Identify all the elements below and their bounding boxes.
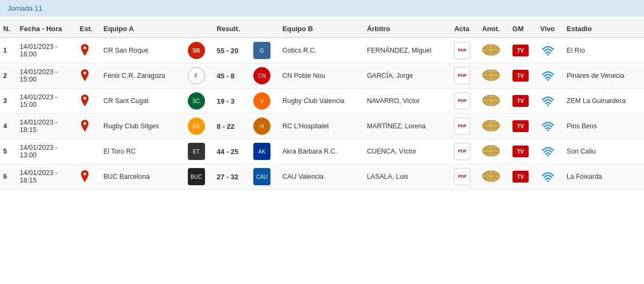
signal-icon[interactable] bbox=[540, 169, 555, 184]
match-result: 27 - 32 bbox=[214, 164, 250, 190]
team-b-name: CAU Valencia bbox=[279, 164, 363, 190]
table-row: 414/01/2023 -18:15 Rugby Club SitgesRS8 … bbox=[0, 114, 644, 139]
match-date: 14/01/2023 -16:00 bbox=[17, 38, 77, 63]
acta-pdf[interactable]: PDF bbox=[451, 89, 479, 114]
table-row: 614/01/2023 -18:15 BUC BarcelonaBUC27 - … bbox=[0, 164, 644, 190]
acta-pdf[interactable]: PDF bbox=[451, 164, 479, 190]
pin-icon bbox=[80, 100, 90, 108]
signal-icon[interactable] bbox=[540, 68, 555, 83]
pdf-icon[interactable]: PDF bbox=[454, 143, 470, 160]
team-b-name: Akra Bárbara R.C. bbox=[279, 139, 363, 164]
svg-point-6 bbox=[83, 71, 86, 74]
gm-tv[interactable]: TV bbox=[509, 38, 537, 63]
gm-tv[interactable]: TV bbox=[509, 139, 537, 164]
tv-icon[interactable]: TV bbox=[513, 120, 529, 132]
table-header-row: N. Fecha - Hora Est. Equipo A Result. Eq… bbox=[0, 20, 644, 38]
pdf-icon[interactable]: PDF bbox=[454, 42, 470, 59]
stadium-name: ZEM La Guinardera bbox=[564, 89, 644, 114]
tv-icon[interactable]: TV bbox=[513, 70, 529, 82]
logo-b-icon: H bbox=[253, 118, 270, 135]
tv-icon[interactable]: TV bbox=[513, 171, 529, 183]
pdf-icon[interactable]: PDF bbox=[454, 67, 470, 84]
vivo-signal[interactable] bbox=[537, 63, 564, 89]
gm-tv[interactable]: TV bbox=[509, 164, 537, 190]
gm-tv[interactable]: TV bbox=[509, 89, 537, 114]
tv-icon[interactable]: TV bbox=[513, 45, 529, 56]
referee-name: CUENCA, Víctor bbox=[364, 139, 451, 164]
match-location-pin bbox=[77, 139, 100, 164]
referee-name: FERNÁNDEZ, Miguel bbox=[364, 38, 451, 63]
table-row: 514/01/2023 -13:00El Toro RCET44 - 25AKA… bbox=[0, 139, 644, 164]
tv-icon[interactable]: TV bbox=[513, 145, 529, 157]
ball-icon[interactable] bbox=[482, 69, 500, 81]
col-logoA bbox=[185, 20, 214, 38]
col-arbitro: Árbitro bbox=[364, 20, 451, 38]
anotaciones[interactable] bbox=[479, 38, 509, 63]
anotaciones[interactable] bbox=[479, 114, 509, 139]
acta-pdf[interactable]: PDF bbox=[451, 63, 479, 89]
pin-icon bbox=[80, 176, 90, 184]
ball-icon[interactable] bbox=[482, 120, 500, 132]
team-b-logo: CN bbox=[250, 63, 279, 89]
vivo-signal[interactable] bbox=[537, 89, 564, 114]
match-number: 5 bbox=[0, 139, 17, 164]
team-a-name: BUC Barcelona bbox=[100, 164, 185, 190]
match-date: 14/01/2023 -13:00 bbox=[17, 139, 77, 164]
anotaciones[interactable] bbox=[479, 63, 509, 89]
team-b-logo: H bbox=[250, 114, 279, 139]
svg-point-0 bbox=[83, 46, 86, 49]
anotaciones[interactable] bbox=[479, 89, 509, 114]
match-location-pin bbox=[77, 89, 100, 114]
logo-a-icon: RS bbox=[188, 118, 205, 135]
vivo-signal[interactable] bbox=[537, 114, 564, 139]
logo-b-icon: CN bbox=[253, 67, 270, 84]
svg-point-18 bbox=[83, 122, 86, 125]
signal-icon[interactable] bbox=[540, 42, 555, 57]
match-number: 2 bbox=[0, 63, 17, 89]
ball-icon[interactable] bbox=[482, 94, 500, 106]
col-gm: GM bbox=[509, 20, 537, 38]
tv-icon[interactable]: TV bbox=[513, 95, 529, 107]
team-b-name: Gotics R.C. bbox=[279, 38, 363, 63]
referee-name: GARCÍA, Jorge bbox=[364, 63, 451, 89]
col-n: N. bbox=[0, 20, 17, 38]
signal-icon[interactable] bbox=[540, 93, 555, 108]
referee-name: NAVARRO, Victor bbox=[364, 89, 451, 114]
svg-point-17 bbox=[547, 104, 549, 106]
logo-b-icon: V bbox=[253, 92, 270, 110]
match-number: 1 bbox=[0, 38, 17, 63]
svg-point-5 bbox=[547, 54, 549, 56]
vivo-signal[interactable] bbox=[537, 164, 564, 190]
acta-pdf[interactable]: PDF bbox=[451, 114, 479, 139]
stadium-name: Pins Bens bbox=[564, 114, 644, 139]
vivo-signal[interactable] bbox=[537, 139, 564, 164]
match-result: 45 - 8 bbox=[214, 63, 250, 89]
logo-b-icon: AK bbox=[253, 143, 270, 160]
anotaciones[interactable] bbox=[479, 139, 509, 164]
gm-tv[interactable]: TV bbox=[509, 63, 537, 89]
signal-icon[interactable] bbox=[540, 118, 555, 133]
matches-table: N. Fecha - Hora Est. Equipo A Result. Eq… bbox=[0, 20, 644, 190]
pdf-icon[interactable]: PDF bbox=[454, 118, 470, 135]
acta-pdf[interactable]: PDF bbox=[451, 139, 479, 164]
team-b-name: RC L'Hospitalet bbox=[279, 114, 363, 139]
anotaciones[interactable] bbox=[479, 164, 509, 190]
col-anot: Anot. bbox=[479, 20, 509, 38]
ball-icon[interactable] bbox=[482, 44, 500, 56]
logo-a-icon: ET bbox=[188, 143, 205, 160]
pdf-icon[interactable]: PDF bbox=[454, 92, 470, 110]
vivo-signal[interactable] bbox=[537, 38, 564, 63]
team-a-name: El Toro RC bbox=[100, 139, 185, 164]
match-number: 6 bbox=[0, 164, 17, 190]
acta-pdf[interactable]: PDF bbox=[451, 38, 479, 63]
team-b-logo: AK bbox=[250, 139, 279, 164]
ball-icon[interactable] bbox=[482, 170, 500, 182]
pin-icon bbox=[80, 126, 90, 133]
match-location-pin bbox=[77, 38, 100, 63]
ball-icon[interactable] bbox=[482, 145, 500, 157]
col-acta: Acta bbox=[451, 20, 479, 38]
gm-tv[interactable]: TV bbox=[509, 114, 537, 139]
pdf-icon[interactable]: PDF bbox=[454, 168, 470, 185]
col-result: Result. bbox=[214, 20, 250, 38]
signal-icon[interactable] bbox=[540, 143, 555, 158]
